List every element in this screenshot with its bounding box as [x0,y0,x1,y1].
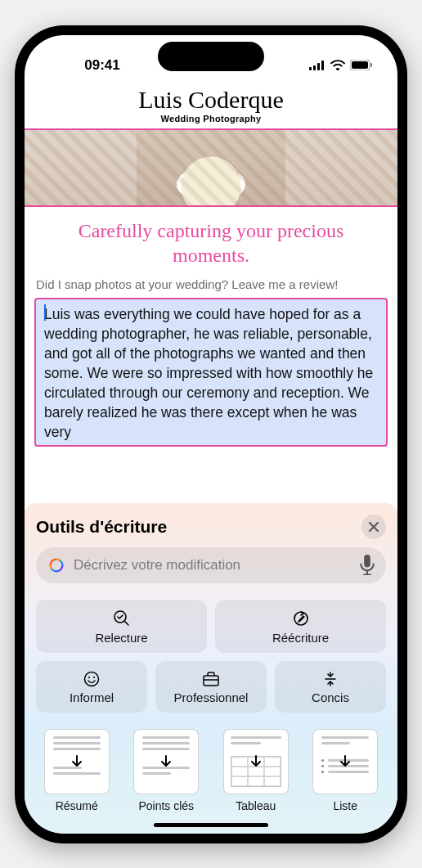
svg-point-7 [51,559,63,571]
svg-rect-3 [321,61,324,70]
review-text: Luis was everything we could have hoped … [44,304,378,443]
svg-rect-8 [364,555,370,567]
svg-point-12 [88,677,90,678]
concise-icon [322,671,339,687]
professional-label: Professionnel [174,690,249,704]
arrow-down-icon [337,753,353,770]
svg-point-13 [93,677,95,678]
close-icon [369,522,379,532]
page-header: Luis Coderque Wedding Photography [25,81,397,125]
svg-rect-5 [352,61,368,69]
hero-image [25,128,397,207]
table-thumb [223,729,289,794]
input-placeholder: Décrivez votre modification [74,557,352,573]
smile-icon [83,671,100,687]
home-indicator[interactable] [154,823,268,827]
table-label: Tableau [236,799,276,812]
screen: 09:41 Luis Coderque Wedding Photography … [25,35,397,834]
proofread-button[interactable]: Relecture [36,600,207,653]
svg-rect-6 [370,63,372,67]
describe-change-input[interactable]: Décrivez votre modification [36,547,386,583]
friendly-button[interactable]: Informel [36,661,147,713]
briefcase-icon [202,671,220,687]
magnifier-check-icon [113,609,131,627]
svg-rect-14 [204,676,218,686]
cellular-icon [309,61,325,70]
status-time: 09:41 [49,57,155,74]
battery-icon [350,60,373,70]
concise-button[interactable]: Concis [275,661,386,713]
iphone-frame: 09:41 Luis Coderque Wedding Photography … [15,25,407,843]
table-button[interactable]: Tableau [215,729,297,812]
page-subtitle: Wedding Photography [25,114,397,124]
apple-intelligence-icon [47,556,65,574]
tagline: Carefully capturing your precious moment… [25,207,397,274]
panel-title: Outils d'écriture [36,517,167,537]
rewrite-label: Réécriture [272,631,329,645]
writing-tools-panel: Outils d'écriture Décrivez votre modific… [25,503,397,834]
svg-rect-1 [313,65,316,70]
list-button[interactable]: Liste [305,729,387,812]
professional-button[interactable]: Professionnel [155,661,267,713]
proofread-label: Relecture [95,631,147,645]
concise-label: Concis [312,690,349,704]
summary-label: Résumé [56,799,98,812]
wifi-icon [330,60,345,70]
svg-rect-2 [317,63,320,70]
rewrite-button[interactable]: Réécriture [215,600,386,653]
friendly-label: Informel [70,690,114,704]
summary-button[interactable]: Résumé [36,729,118,812]
keypoints-label: Points clés [138,799,194,812]
page-title: Luis Coderque [25,86,397,114]
review-textarea[interactable]: Luis was everything we could have hoped … [34,298,388,447]
list-label: Liste [333,799,357,812]
arrow-down-icon [158,753,174,770]
arrow-down-icon [248,753,264,770]
text-cursor [44,304,46,321]
status-indicators [267,60,373,70]
dynamic-island [158,42,264,71]
svg-point-11 [85,672,99,686]
rewrite-icon [292,609,310,627]
svg-rect-0 [309,67,312,70]
summary-thumb [44,729,110,794]
list-thumb [312,729,378,794]
keypoints-thumb [133,729,199,794]
review-prompt: Did I snap photos at your wedding? Leave… [25,274,397,298]
keypoints-button[interactable]: Points clés [126,729,208,812]
arrow-down-icon [69,753,85,770]
content: Luis Coderque Wedding Photography Carefu… [25,81,397,834]
microphone-icon[interactable] [360,555,375,576]
close-button[interactable] [361,515,386,539]
